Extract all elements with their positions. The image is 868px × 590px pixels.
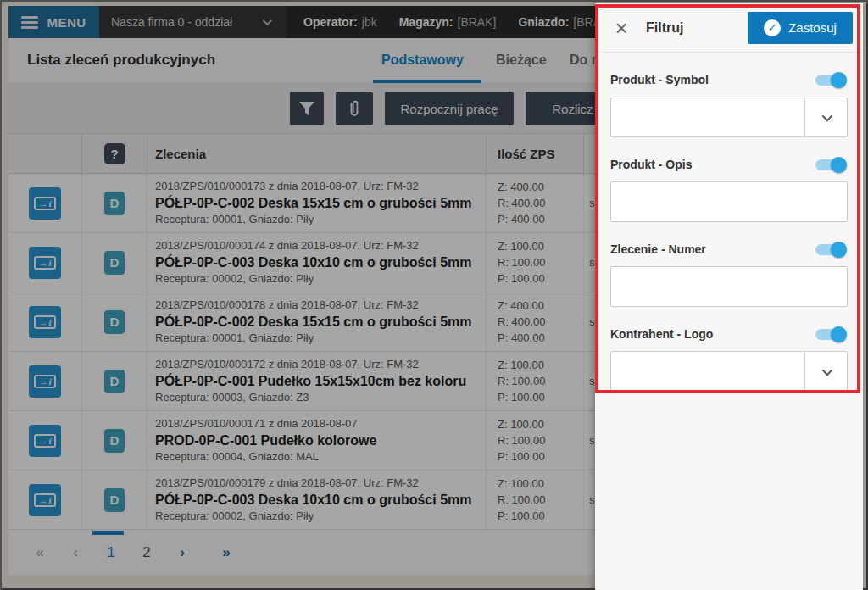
close-icon[interactable]: × — [609, 15, 634, 41]
field-label-kontrahent-logo: Kontrahent - Logo — [610, 327, 713, 341]
produkt-opis-input[interactable] — [610, 181, 848, 222]
toggle-kontrahent-logo[interactable] — [815, 329, 844, 340]
apply-label: Zastosuj — [788, 20, 837, 35]
combo-dropdown-button[interactable] — [804, 97, 847, 136]
kontrahent-logo-input[interactable] — [611, 352, 804, 391]
field-label-zlecenie-numer: Zlecenie - Numer — [610, 242, 706, 256]
field-label-produkt-opis: Produkt - Opis — [610, 158, 692, 171]
apply-button[interactable]: ✓ Zastosuj — [748, 12, 853, 44]
chevron-down-icon — [822, 110, 833, 121]
combo-produkt-symbol — [610, 97, 848, 137]
combo-kontrahent-logo — [610, 351, 848, 392]
filter-panel-title: Filtruj — [646, 20, 683, 36]
filter-panel-header: × Filtruj ✓ Zastosuj — [595, 3, 863, 53]
toggle-zlecenie-numer[interactable] — [815, 244, 844, 255]
toggle-produkt-opis[interactable] — [815, 159, 844, 170]
toggle-produkt-symbol[interactable] — [815, 75, 844, 86]
field-label-produkt-symbol: Produkt - Symbol — [610, 73, 709, 86]
screenshot-frame: MENU Nasza firma 0 - oddział Operator:jb… — [0, 0, 868, 590]
produkt-symbol-input[interactable] — [611, 97, 804, 136]
filter-panel: × Filtruj ✓ Zastosuj Produkt - Symbol Pr… — [595, 3, 863, 590]
check-circle-icon: ✓ — [764, 19, 781, 36]
zlecenie-numer-input[interactable] — [610, 266, 848, 307]
filter-panel-body: Produkt - Symbol Produkt - Opis Zlecenie… — [595, 73, 863, 392]
chevron-down-icon — [822, 365, 833, 376]
combo-dropdown-button[interactable] — [804, 352, 847, 391]
